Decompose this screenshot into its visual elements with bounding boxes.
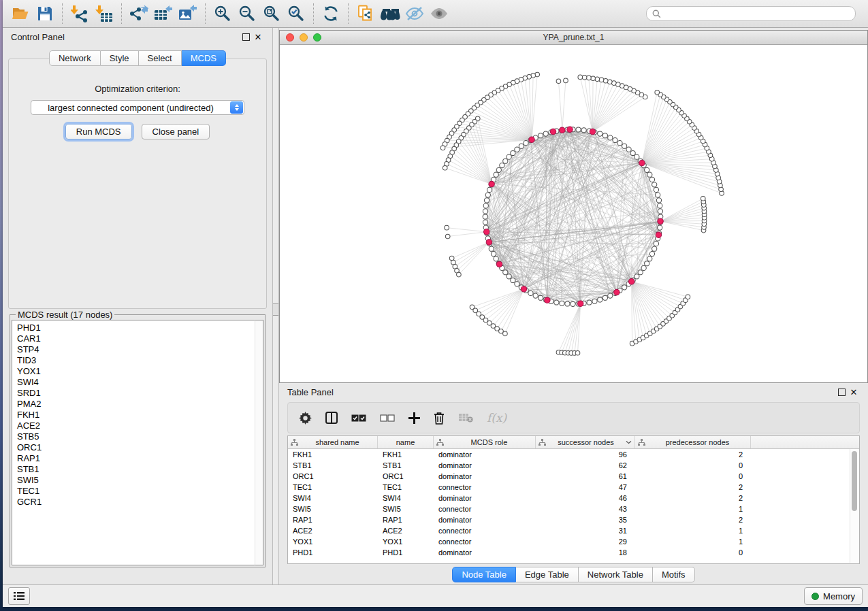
cell-successor-nodes[interactable]: 47: [536, 482, 635, 493]
mcds-list-scrollbar[interactable]: [255, 320, 263, 565]
cell-successor-nodes[interactable]: 96: [536, 449, 635, 460]
mcds-node-item[interactable]: SWI5: [17, 475, 263, 486]
cell-shared-name[interactable]: ORC1: [288, 471, 378, 482]
table-row[interactable]: FKH1FKH1dominator962: [288, 449, 859, 460]
select-all-columns-icon[interactable]: [351, 414, 366, 422]
table-row[interactable]: ACE2ACE2connector311: [288, 525, 859, 536]
add-column-icon[interactable]: [408, 412, 420, 424]
cell-MCDS-role[interactable]: dominator: [434, 493, 536, 503]
cell-MCDS-role[interactable]: connector: [434, 536, 536, 547]
save-icon[interactable]: [33, 3, 57, 24]
cell-predecessor-nodes[interactable]: 1: [635, 503, 751, 514]
mcds-node-item[interactable]: PMA2: [17, 399, 263, 410]
cell-successor-nodes[interactable]: 46: [536, 493, 635, 503]
cell-MCDS-role[interactable]: dominator: [434, 460, 536, 471]
mcds-result-list[interactable]: PHD1CAR1STP4TID3YOX1SWI4SRD1PMA2FKH1ACE2…: [12, 320, 263, 565]
mcds-node-item[interactable]: ORC1: [17, 442, 263, 453]
hide-selected-icon[interactable]: [402, 3, 427, 24]
zoom-selected-icon[interactable]: [284, 3, 308, 24]
mcds-node-item[interactable]: GCR1: [17, 497, 263, 508]
node-table[interactable]: shared namenameMCDS rolesuccessor nodesp…: [287, 435, 860, 564]
cell-predecessor-nodes[interactable]: 2: [635, 493, 751, 503]
cell-predecessor-nodes[interactable]: 2: [635, 449, 751, 460]
float-table-panel-icon[interactable]: [835, 386, 848, 398]
table-row[interactable]: YOX1YOX1connector291: [288, 536, 859, 547]
search-input[interactable]: [665, 8, 850, 19]
table-scrollbar-thumb[interactable]: [852, 451, 857, 511]
cell-shared-name[interactable]: FKH1: [288, 449, 378, 460]
mcds-node-item[interactable]: STB5: [17, 431, 263, 442]
import-network-icon[interactable]: [67, 3, 92, 24]
mcds-node-item[interactable]: TID3: [17, 355, 263, 366]
table-row[interactable]: RAP1RAP1dominator352: [288, 514, 859, 525]
cell-successor-nodes[interactable]: 62: [536, 460, 635, 471]
cell-successor-nodes[interactable]: 31: [536, 525, 635, 536]
cell-shared-name[interactable]: PHD1: [288, 547, 378, 558]
export-image-icon[interactable]: [176, 3, 200, 24]
mcds-node-item[interactable]: STP4: [17, 344, 263, 355]
cell-successor-nodes[interactable]: 43: [536, 503, 635, 514]
unselect-all-columns-icon[interactable]: [380, 414, 395, 422]
cell-MCDS-role[interactable]: connector: [434, 525, 536, 536]
zoom-fit-icon[interactable]: [259, 3, 284, 24]
zoom-out-icon[interactable]: [235, 3, 259, 24]
search-box[interactable]: [646, 6, 856, 21]
export-table-icon[interactable]: [151, 3, 176, 24]
cell-shared-name[interactable]: STB1: [288, 460, 378, 471]
show-panels-button[interactable]: [8, 587, 30, 605]
tab-mcds[interactable]: MCDS: [182, 50, 226, 66]
cell-predecessor-nodes[interactable]: 0: [635, 471, 751, 482]
import-table-icon[interactable]: [92, 3, 116, 24]
cell-predecessor-nodes[interactable]: 2: [635, 514, 751, 525]
cell-successor-nodes[interactable]: 61: [536, 471, 635, 482]
mcds-node-item[interactable]: FKH1: [17, 410, 263, 420]
close-table-panel-icon[interactable]: ✕: [848, 386, 860, 398]
cell-name[interactable]: TEC1: [378, 482, 434, 493]
copy-network-icon[interactable]: [353, 3, 378, 24]
mcds-node-item[interactable]: CAR1: [17, 333, 263, 344]
column-header-predecessor-nodes[interactable]: predecessor nodes: [635, 436, 751, 448]
cell-MCDS-role[interactable]: connector: [434, 503, 536, 514]
cell-MCDS-role[interactable]: dominator: [434, 449, 536, 460]
table-tab-motifs[interactable]: Motifs: [653, 567, 695, 582]
mcds-node-item[interactable]: SWI4: [17, 377, 263, 388]
mcds-node-item[interactable]: SRD1: [17, 388, 263, 399]
export-network-icon[interactable]: [127, 3, 151, 24]
cell-successor-nodes[interactable]: 29: [536, 536, 635, 547]
mcds-node-item[interactable]: YOX1: [17, 366, 263, 377]
cell-predecessor-nodes[interactable]: 1: [635, 536, 751, 547]
first-neighbors-icon[interactable]: [378, 3, 402, 24]
column-header-MCDS-role[interactable]: MCDS role: [434, 436, 536, 448]
cell-successor-nodes[interactable]: 35: [536, 514, 635, 525]
mcds-node-item[interactable]: STB1: [17, 464, 263, 475]
close-panel-button[interactable]: Close panel: [142, 124, 210, 139]
float-panel-icon[interactable]: [240, 31, 252, 43]
cell-name[interactable]: SWI5: [378, 503, 434, 514]
column-header-successor-nodes[interactable]: successor nodes: [536, 436, 635, 448]
tab-network[interactable]: Network: [49, 50, 101, 66]
splitter-handle[interactable]: [273, 303, 278, 316]
panel-splitter[interactable]: [272, 28, 279, 584]
tab-select[interactable]: Select: [139, 50, 182, 66]
column-header-shared-name[interactable]: shared name: [288, 436, 378, 448]
table-scrollbar[interactable]: [850, 449, 859, 563]
mcds-node-item[interactable]: PHD1: [17, 323, 263, 333]
table-row[interactable]: SWI4SWI4dominator462: [288, 493, 859, 503]
cell-shared-name[interactable]: ACE2: [288, 525, 378, 536]
tab-style[interactable]: Style: [101, 50, 139, 66]
cell-MCDS-role[interactable]: connector: [434, 482, 536, 493]
table-tab-edge-table[interactable]: Edge Table: [516, 567, 579, 582]
network-canvas[interactable]: [280, 45, 867, 382]
network-window-titlebar[interactable]: YPA_prune.txt_1: [280, 31, 867, 45]
close-panel-icon[interactable]: ✕: [252, 31, 264, 43]
cell-name[interactable]: STB1: [378, 460, 434, 471]
show-all-icon[interactable]: [427, 3, 451, 24]
cell-MCDS-role[interactable]: dominator: [434, 514, 536, 525]
open-file-icon[interactable]: [8, 3, 33, 24]
cell-shared-name[interactable]: RAP1: [288, 514, 378, 525]
refresh-icon[interactable]: [319, 3, 343, 24]
cell-predecessor-nodes[interactable]: 1: [635, 525, 751, 536]
table-tab-node-table[interactable]: Node Table: [452, 567, 516, 582]
show-column-panel-icon[interactable]: [325, 412, 338, 424]
zoom-in-icon[interactable]: [210, 3, 235, 24]
